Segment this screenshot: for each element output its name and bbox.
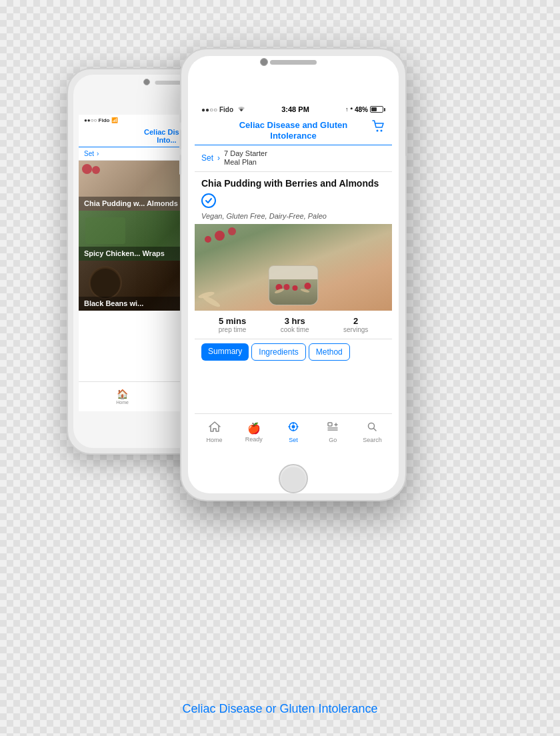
recipe-tags: Vegan, Gluten Free, Dairy-Free, Paleo bbox=[195, 211, 392, 224]
front-screen-container: ●●○○ Fido 3:48 PM ↑ bbox=[188, 56, 399, 493]
tab-bar: Home 🍎 Ready bbox=[195, 413, 392, 450]
jar-shape bbox=[269, 265, 319, 305]
tab-ingredients[interactable]: Ingredients bbox=[251, 343, 305, 361]
tab-home[interactable]: Home bbox=[195, 421, 234, 443]
tab-summary[interactable]: Summary bbox=[201, 343, 249, 361]
wifi-icon bbox=[237, 106, 245, 113]
bowl-container bbox=[263, 262, 323, 305]
berry-2 bbox=[284, 284, 290, 290]
go-icon bbox=[327, 421, 339, 435]
nav-title-line2: Intolerance bbox=[270, 131, 316, 141]
back-beans-visual bbox=[91, 269, 120, 298]
checkmark-row bbox=[195, 192, 392, 211]
svg-point-1 bbox=[381, 130, 383, 132]
berry-4 bbox=[305, 283, 311, 289]
cook-time-label: cook time bbox=[281, 326, 309, 333]
tab-method[interactable]: Method bbox=[309, 343, 350, 361]
ready-icon: 🍎 bbox=[247, 422, 261, 435]
status-left: ●●○○ Fido bbox=[201, 106, 245, 113]
tab-go[interactable]: Go bbox=[313, 421, 353, 443]
recipe-info: 5 mins prep time 3 hrs cook time 2 servi… bbox=[195, 311, 392, 339]
back-tab-home[interactable]: 🏠 Home bbox=[116, 389, 129, 405]
food-image bbox=[195, 224, 392, 311]
back-breadcrumb-set: Set bbox=[84, 150, 94, 157]
back-signal-text: ●●○○ Fido bbox=[84, 117, 109, 123]
back-wifi-icon: 📶 bbox=[111, 117, 118, 123]
set-label: Set bbox=[289, 437, 298, 443]
scatter-berry-2 bbox=[228, 227, 236, 235]
nav-header: Celiac Disease and Gluten Intolerance bbox=[195, 116, 392, 145]
set-icon bbox=[287, 421, 299, 435]
search-label: Search bbox=[363, 437, 382, 443]
location-icon: ↑ bbox=[345, 106, 349, 113]
scatter-berry-1 bbox=[215, 231, 225, 241]
front-vol-up-button[interactable] bbox=[179, 129, 181, 149]
breadcrumb-set[interactable]: Set bbox=[201, 153, 213, 163]
front-power-button[interactable] bbox=[405, 129, 407, 156]
prep-time-label: prep time bbox=[219, 326, 247, 333]
battery-percent-text: 48% bbox=[355, 106, 368, 113]
back-home-label: Home bbox=[116, 400, 129, 405]
search-icon bbox=[367, 421, 377, 435]
back-title-line2: Into... bbox=[157, 136, 176, 144]
back-camera-icon bbox=[143, 79, 150, 85]
breadcrumb-arrow: › bbox=[217, 153, 220, 163]
svg-line-10 bbox=[374, 428, 377, 431]
bluetooth-icon: * bbox=[350, 106, 353, 113]
nav-title: Celiac Disease and Gluten Intolerance bbox=[201, 120, 385, 141]
breadcrumb-plan: 7 Day StarterMeal Plan bbox=[224, 149, 267, 167]
front-screen: ●●○○ Fido 3:48 PM ↑ bbox=[195, 103, 392, 450]
front-home-button[interactable] bbox=[279, 464, 308, 493]
back-breadcrumb-arrow: › bbox=[97, 150, 99, 157]
servings-item: 2 servings bbox=[343, 316, 368, 333]
back-home-icon: 🏠 bbox=[117, 389, 128, 399]
front-vol-down-button[interactable] bbox=[179, 155, 181, 175]
home-icon bbox=[209, 421, 221, 435]
home-label: Home bbox=[207, 437, 223, 443]
prep-time-item: 5 mins prep time bbox=[219, 316, 247, 333]
scatter-berry-3 bbox=[205, 236, 211, 243]
phones-container: ●●○○ Fido 📶 Celiac Dise... Into... Set › bbox=[47, 48, 513, 661]
ready-label: Ready bbox=[245, 436, 263, 443]
front-camera-icon bbox=[260, 58, 268, 66]
breadcrumb: Set › 7 Day StarterMeal Plan bbox=[195, 145, 392, 171]
phone-front: ●●○○ Fido 3:48 PM ↑ bbox=[180, 48, 407, 501]
recipe-title: Chia Pudding with Berries and Almonds bbox=[195, 172, 392, 192]
back-berry-1 bbox=[82, 164, 92, 174]
back-berry-2 bbox=[92, 166, 100, 174]
scene: ●●○○ Fido 📶 Celiac Dise... Into... Set › bbox=[0, 0, 560, 736]
servings-value: 2 bbox=[343, 316, 368, 326]
content-tabs: Summary Ingredients Method bbox=[195, 339, 392, 365]
servings-label: servings bbox=[343, 326, 368, 333]
go-label: Go bbox=[329, 437, 337, 443]
tab-ready[interactable]: 🍎 Ready bbox=[234, 422, 273, 443]
recipe-checkmark[interactable] bbox=[201, 193, 216, 208]
cook-time-item: 3 hrs cook time bbox=[281, 316, 309, 333]
status-bar: ●●○○ Fido 3:48 PM ↑ bbox=[195, 103, 392, 116]
svg-rect-4 bbox=[328, 423, 332, 426]
front-mute-button[interactable] bbox=[179, 109, 181, 123]
battery-icon bbox=[370, 106, 385, 113]
time-display: 3:48 PM bbox=[281, 105, 309, 113]
svg-point-0 bbox=[377, 130, 379, 132]
status-right: ↑ * 48% bbox=[345, 106, 385, 113]
signal-text: ●●○○ Fido bbox=[201, 106, 233, 113]
back-food-visual-2 bbox=[85, 217, 125, 244]
nav-title-line1: Celiac Disease and Gluten bbox=[239, 120, 348, 130]
tab-search[interactable]: Search bbox=[353, 421, 392, 443]
cart-button[interactable] bbox=[372, 120, 385, 135]
front-speaker-icon bbox=[270, 60, 317, 65]
svg-point-3 bbox=[292, 425, 295, 428]
cook-time-value: 3 hrs bbox=[281, 316, 309, 326]
prep-time-value: 5 mins bbox=[219, 316, 247, 326]
page-caption: Celiac Disease or Gluten Intolerance bbox=[0, 702, 560, 716]
tab-set[interactable]: Set bbox=[273, 421, 313, 443]
